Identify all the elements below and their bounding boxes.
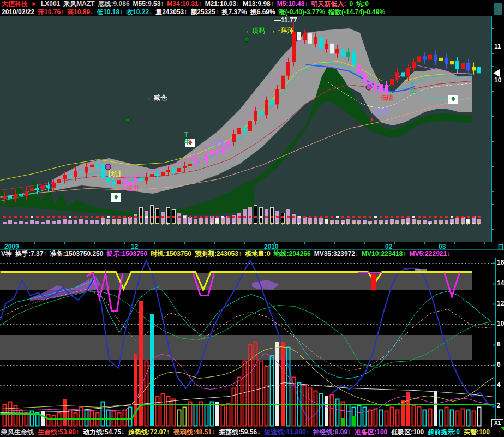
info-segment: 极地量:0 (245, 250, 271, 258)
axis-tick (454, 242, 455, 244)
quote-row-2: 2010/02/22开10.76↑高10.89↓低10.18↓收10.22↓量2… (0, 8, 504, 16)
lower-indicator-pane (0, 258, 504, 427)
info-segment: MV5:222921↓ (409, 250, 450, 258)
axis-tick (394, 242, 395, 244)
info-segment: 收10.22↓ (126, 8, 152, 16)
axis-tick (364, 242, 365, 244)
quote-row-1: 大恒科技►LX001乘风MAZT底线:9.086M55:9.53↑M34:10.… (0, 0, 504, 8)
info-segment: 量243053↑ (155, 8, 187, 16)
flag-icon: ► (31, 0, 38, 8)
info-segment: 超前提示:0 (428, 428, 460, 436)
stock-name: 大恒科技 (2, 0, 28, 8)
axis-tick (154, 242, 155, 244)
info-segment: M13:9.98↑ (243, 0, 274, 8)
info-segment: M34:10.31↑ (167, 0, 201, 8)
info-segment: 短速线:41.880↓ (264, 428, 309, 436)
info-segment: 低10.18↓ (97, 8, 123, 16)
info-segment: 开10.76↑ (38, 8, 64, 16)
scale-multiplier-badge[interactable]: X1 (491, 419, 503, 427)
info-segment: 振荡线:59.56↓ (219, 428, 260, 436)
date-value: 2010/02/22 (2, 8, 34, 16)
info-segment: 额25325↑ (190, 8, 218, 16)
info-segment: 低吸区:100 (391, 428, 424, 436)
info-segment: 地线:204266 (274, 250, 311, 258)
date-label: 02 (385, 243, 392, 250)
info-segment: MV10:223418↑ (362, 250, 406, 258)
scroll-down-icon[interactable]: ↓ (493, 2, 503, 15)
corner-triangle-icon (500, 427, 504, 430)
info-segment: 神经线:8.09↓ (313, 428, 351, 436)
stock-chart-app: { "top_bar": { "row1": [ {"t":"大恒科技","c"… (0, 0, 504, 437)
info-segment: 涨(-0.40)-3.77% (279, 8, 325, 16)
axis-tick (244, 242, 245, 244)
axis-tick (94, 242, 95, 244)
main-chart-canvas[interactable] (0, 16, 504, 242)
info-segment: 底线:9.086 (98, 0, 130, 8)
date-axis[interactable]: 20091220100203日 (0, 242, 504, 250)
stock-code: LX001 (41, 0, 60, 8)
indicator-title: V神 (1, 250, 12, 258)
indicator-name: 乘风MAZT (63, 0, 94, 8)
date-label: 2010 (264, 243, 279, 250)
info-segment: 换7.37% (222, 8, 247, 16)
info-segment: M5:10.48↓ (277, 0, 308, 8)
info-segment: 提示:1503750 (106, 250, 147, 258)
axis-tick (34, 242, 35, 244)
axis-tick (484, 242, 485, 244)
info-segment: 明天新低入: (311, 0, 346, 8)
info-segment: 坑:0 (356, 0, 369, 8)
indicator-title: 乘风生命线 (1, 428, 34, 436)
info-segment: 生命线:53.90↑ (38, 428, 79, 436)
info-segment: 买警:100 (464, 428, 490, 436)
axis-tick (124, 242, 125, 244)
axis-tick (304, 242, 305, 244)
info-segment: 振6.69% (250, 8, 275, 16)
lower-pane-canvas[interactable] (0, 258, 504, 427)
info-segment: M21:10.03↓ (205, 0, 239, 8)
axis-tick (64, 242, 65, 244)
axis-tick (214, 242, 215, 244)
axis-tick (424, 242, 425, 244)
info-segment: 换手:7.37↑ (15, 250, 46, 258)
main-chart (0, 16, 504, 242)
info-segment: 强弱线:48.51↓ (173, 428, 215, 436)
info-segment: M55:9.53↑ (133, 0, 164, 8)
info-segment: 预测额:243053↑ (195, 250, 242, 258)
date-label: 12 (131, 243, 138, 250)
date-label: 03 (439, 243, 446, 250)
indicator-info-row: V神换手:7.37↑准备:1503750.250提示:1503750时机:150… (0, 250, 504, 258)
axis-tick (334, 242, 335, 244)
info-segment: 高10.89↓ (67, 8, 93, 16)
date-label: 2009 (4, 243, 19, 250)
info-segment: 0 (349, 0, 353, 8)
info-segment: 趋势线:72.07↑ (128, 428, 170, 436)
info-segment: 准备:1503750.250 (50, 250, 103, 258)
info-segment: 动力线:54.75↓ (83, 428, 124, 436)
bottom-status-bar: 乘风生命线生命线:53.90↑动力线:54.75↓趋势线:72.07↑强弱线:4… (0, 427, 504, 437)
axis-tick (184, 242, 185, 244)
top-info-bar: 大恒科技►LX001乘风MAZT底线:9.086M55:9.53↑M34:10.… (0, 0, 504, 16)
info-segment: 时机:1503750 (151, 250, 191, 258)
info-segment: MV35:323972↓ (314, 250, 358, 258)
info-segment: 指数(-14.74)-0.49% (328, 8, 385, 16)
info-segment: 准备区:100 (355, 428, 387, 436)
